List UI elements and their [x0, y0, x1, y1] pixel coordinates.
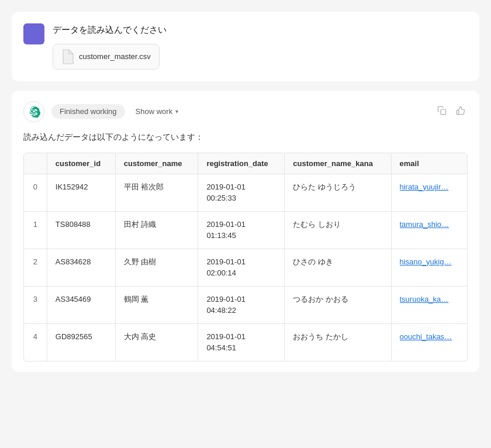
data-table-wrapper: customer_id customer_name registration_d…	[23, 153, 468, 361]
ai-description: 読み込んだデータは以下のようになっています：	[23, 130, 468, 143]
thumbsup-button[interactable]	[454, 104, 468, 119]
user-message-block: データを読み込んでください customer_master.csv	[12, 12, 479, 81]
cell-customer-name-kana: おおうち たかし	[285, 323, 391, 361]
cell-customer-id: TS808488	[47, 211, 115, 249]
cell-email[interactable]: tsuruoka_ka…	[391, 286, 467, 323]
cell-index: 3	[24, 286, 47, 323]
cell-registration-date: 2019-01-01 04:54:51	[198, 323, 285, 361]
ai-status-area: Finished working Show work ▾	[51, 104, 428, 119]
cell-customer-name: 鶴岡 薫	[115, 286, 198, 323]
finished-badge: Finished working	[51, 104, 125, 119]
file-name: customer_master.csv	[79, 52, 151, 61]
svg-rect-0	[441, 109, 446, 115]
page-wrapper: データを読み込んでください customer_master.csv	[0, 0, 491, 393]
table-body: 0IK152942平田 裕次郎2019-01-01 00:25:33ひらた ゆう…	[24, 174, 467, 361]
table-header: customer_id customer_name registration_d…	[24, 153, 467, 174]
col-customer-name-kana: customer_name_kana	[285, 153, 391, 174]
cell-customer-id: AS834628	[47, 249, 115, 286]
cell-index: 2	[24, 249, 47, 286]
data-table: customer_id customer_name registration_d…	[24, 153, 467, 361]
cell-customer-name: 平田 裕次郎	[115, 174, 198, 211]
table-row: 3AS345469鶴岡 薫2019-01-01 04:48:22つるおか かおる…	[24, 286, 467, 323]
user-message-content: データを読み込んでください customer_master.csv	[53, 23, 468, 70]
cell-customer-id: GD892565	[47, 323, 115, 361]
cell-index: 0	[24, 174, 47, 211]
show-work-label: Show work	[136, 107, 173, 116]
ai-avatar	[23, 101, 44, 122]
col-customer-name: customer_name	[115, 153, 198, 174]
user-avatar	[23, 23, 44, 44]
col-registration-date: registration_date	[198, 153, 285, 174]
cell-email[interactable]: hirata_yuujir…	[391, 174, 467, 211]
cell-email[interactable]: tamura_shio…	[391, 211, 467, 249]
table-row: 2AS834628久野 由樹2019-01-01 02:00:14ひさの ゆきh…	[24, 249, 467, 286]
table-row: 0IK152942平田 裕次郎2019-01-01 00:25:33ひらた ゆう…	[24, 174, 467, 211]
cell-customer-id: IK152942	[47, 174, 115, 211]
col-index	[24, 153, 47, 174]
cell-registration-date: 2019-01-01 04:48:22	[198, 286, 285, 323]
cell-customer-name: 大内 高史	[115, 323, 198, 361]
table-header-row: customer_id customer_name registration_d…	[24, 153, 467, 174]
cell-customer-name: 田村 詩織	[115, 211, 198, 249]
cell-customer-name-kana: つるおか かおる	[285, 286, 391, 323]
cell-email[interactable]: hisano_yukig…	[391, 249, 467, 286]
cell-registration-date: 2019-01-01 00:25:33	[198, 174, 285, 211]
cell-customer-id: AS345469	[47, 286, 115, 323]
col-email: email	[391, 153, 467, 174]
user-message-text: データを読み込んでください	[53, 23, 468, 37]
cell-registration-date: 2019-01-01 01:13:45	[198, 211, 285, 249]
file-attachment[interactable]: customer_master.csv	[53, 44, 160, 70]
chevron-down-icon: ▾	[175, 108, 178, 115]
cell-customer-name-kana: たむら しおり	[285, 211, 391, 249]
ai-action-icons	[435, 104, 468, 119]
cell-index: 1	[24, 211, 47, 249]
show-work-button[interactable]: Show work ▾	[130, 104, 185, 119]
ai-header: Finished working Show work ▾	[23, 101, 468, 122]
file-icon	[61, 49, 74, 64]
cell-customer-name-kana: ひさの ゆき	[285, 249, 391, 286]
col-customer-id: customer_id	[47, 153, 115, 174]
cell-index: 4	[24, 323, 47, 361]
ai-response-block: Finished working Show work ▾	[12, 91, 479, 372]
cell-customer-name: 久野 由樹	[115, 249, 198, 286]
table-row: 4GD892565大内 高史2019-01-01 04:54:51おおうち たか…	[24, 323, 467, 361]
copy-button[interactable]	[435, 104, 449, 119]
cell-email[interactable]: oouchi_takas…	[391, 323, 467, 361]
cell-customer-name-kana: ひらた ゆうじろう	[285, 174, 391, 211]
cell-registration-date: 2019-01-01 02:00:14	[198, 249, 285, 286]
table-row: 1TS808488田村 詩織2019-01-01 01:13:45たむら しおり…	[24, 211, 467, 249]
